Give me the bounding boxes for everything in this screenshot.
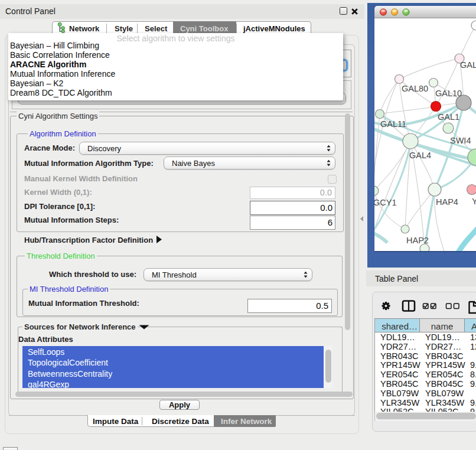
svg-text:GCY1: GCY1 bbox=[374, 198, 397, 207]
svg-text:Y: Y bbox=[472, 197, 476, 206]
svg-text:GAL11: GAL11 bbox=[380, 119, 406, 129]
svg-text:GAL10: GAL10 bbox=[435, 89, 462, 98]
svg-text:GAL1: GAL1 bbox=[438, 112, 459, 122]
svg-text:HAP2: HAP2 bbox=[406, 236, 429, 245]
svg-text:HAP4: HAP4 bbox=[436, 197, 458, 207]
svg-text:GAL80: GAL80 bbox=[402, 84, 428, 93]
svg-text:GAL4: GAL4 bbox=[409, 151, 431, 160]
svg-text:GAL: GAL bbox=[460, 60, 476, 70]
svg-text:SWI4: SWI4 bbox=[450, 136, 471, 145]
